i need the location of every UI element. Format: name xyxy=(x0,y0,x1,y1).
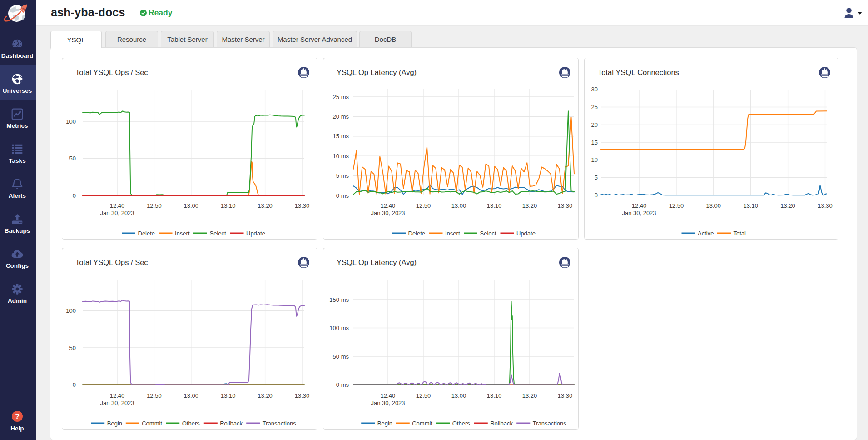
svg-text:Metrics: Metrics xyxy=(6,122,28,129)
svg-text:12:50: 12:50 xyxy=(669,202,684,209)
svg-text:Total YSQL Ops / Sec: Total YSQL Ops / Sec xyxy=(75,258,148,266)
svg-text:Total YSQL Ops / Sec: Total YSQL Ops / Sec xyxy=(75,68,148,76)
svg-text:13:30: 13:30 xyxy=(818,202,833,209)
svg-text:100: 100 xyxy=(66,118,76,125)
svg-text:Insert: Insert xyxy=(445,230,460,237)
svg-text:13:30: 13:30 xyxy=(295,202,310,209)
svg-text:13:00: 13:00 xyxy=(184,202,199,209)
svg-text:Total YSQL Connections: Total YSQL Connections xyxy=(598,68,679,76)
svg-text:Delete: Delete xyxy=(408,230,426,237)
svg-text:150 ms: 150 ms xyxy=(329,296,349,303)
svg-text:Rollback: Rollback xyxy=(490,420,513,427)
svg-text:Total: Total xyxy=(734,230,746,237)
svg-text:15 ms: 15 ms xyxy=(333,133,349,140)
svg-text:Help: Help xyxy=(10,425,24,432)
svg-text:30: 30 xyxy=(591,86,598,93)
svg-text:25 ms: 25 ms xyxy=(333,94,349,100)
svg-text:5 ms: 5 ms xyxy=(336,172,349,179)
svg-text:15: 15 xyxy=(591,139,598,146)
svg-text:13:10: 13:10 xyxy=(221,392,236,399)
svg-text:Rollback: Rollback xyxy=(220,420,243,427)
svg-text:100 ms: 100 ms xyxy=(329,325,349,331)
svg-text:12:50: 12:50 xyxy=(147,392,162,399)
svg-text:10: 10 xyxy=(591,156,598,163)
svg-text:Tasks: Tasks xyxy=(9,157,25,164)
svg-text:Begin: Begin xyxy=(377,420,392,427)
svg-text:0: 0 xyxy=(73,192,76,199)
svg-text:Universes: Universes xyxy=(3,87,32,94)
svg-text:13:10: 13:10 xyxy=(221,202,236,209)
svg-text:12:50: 12:50 xyxy=(416,202,431,209)
svg-text:Update: Update xyxy=(246,230,265,237)
svg-text:YSQL Op Latency (Avg): YSQL Op Latency (Avg) xyxy=(337,68,417,76)
svg-text:13:20: 13:20 xyxy=(258,392,273,399)
svg-text:13:00: 13:00 xyxy=(451,202,466,209)
svg-text:Transactions: Transactions xyxy=(533,420,566,427)
svg-text:13:20: 13:20 xyxy=(522,202,537,209)
svg-text:10 ms: 10 ms xyxy=(333,153,349,160)
svg-text:Jan 30, 2023: Jan 30, 2023 xyxy=(622,210,656,216)
svg-text:0 ms: 0 ms xyxy=(336,381,349,388)
svg-text:Insert: Insert xyxy=(175,230,190,237)
svg-text:Delete: Delete xyxy=(138,230,155,237)
svg-text:0: 0 xyxy=(73,381,76,388)
svg-text:13:00: 13:00 xyxy=(451,392,466,399)
svg-text:13:00: 13:00 xyxy=(706,202,721,209)
svg-text:13:20: 13:20 xyxy=(522,392,537,399)
svg-text:Backups: Backups xyxy=(5,227,30,234)
svg-text:12:40: 12:40 xyxy=(110,392,125,399)
svg-text:20 ms: 20 ms xyxy=(333,113,349,120)
svg-text:Active: Active xyxy=(698,230,714,237)
svg-text:Alerts: Alerts xyxy=(9,192,26,199)
svg-text:0: 0 xyxy=(595,192,598,199)
svg-text:Select: Select xyxy=(480,230,497,237)
svg-text:5: 5 xyxy=(595,174,598,181)
svg-text:Transactions: Transactions xyxy=(263,420,296,427)
svg-text:13:30: 13:30 xyxy=(295,392,310,399)
svg-text:13:30: 13:30 xyxy=(558,202,573,209)
svg-text:13:00: 13:00 xyxy=(184,392,199,399)
svg-text:50: 50 xyxy=(69,345,76,351)
svg-text:25: 25 xyxy=(591,104,598,110)
svg-text:100: 100 xyxy=(66,307,76,314)
svg-text:Jan 30, 2023: Jan 30, 2023 xyxy=(371,210,405,216)
svg-text:Others: Others xyxy=(182,420,200,427)
svg-text:Jan 30, 2023: Jan 30, 2023 xyxy=(100,400,134,406)
svg-text:Others: Others xyxy=(452,420,471,427)
svg-text:12:40: 12:40 xyxy=(110,202,125,209)
svg-text:Dashboard: Dashboard xyxy=(1,52,34,59)
svg-text:13:20: 13:20 xyxy=(258,202,273,209)
svg-text:50: 50 xyxy=(69,155,76,162)
svg-text:0 ms: 0 ms xyxy=(336,192,349,199)
svg-text:YSQL Op Latency (Avg): YSQL Op Latency (Avg) xyxy=(337,258,417,266)
svg-text:Commit: Commit xyxy=(412,420,432,427)
svg-text:Admin: Admin xyxy=(8,297,27,304)
svg-text:20: 20 xyxy=(591,121,598,128)
svg-text:Jan 30, 2023: Jan 30, 2023 xyxy=(100,210,134,216)
svg-text:12:40: 12:40 xyxy=(381,202,396,209)
svg-text:12:40: 12:40 xyxy=(381,392,396,399)
svg-text:12:50: 12:50 xyxy=(147,202,162,209)
svg-text:?: ? xyxy=(15,412,20,421)
svg-text:13:30: 13:30 xyxy=(558,392,573,399)
svg-text:50 ms: 50 ms xyxy=(333,353,349,360)
svg-text:Configs: Configs xyxy=(6,262,29,269)
svg-text:Update: Update xyxy=(516,230,536,237)
svg-text:Begin: Begin xyxy=(107,420,122,427)
svg-text:12:40: 12:40 xyxy=(632,202,647,209)
svg-text:Select: Select xyxy=(210,230,227,237)
svg-text:13:10: 13:10 xyxy=(487,392,502,399)
svg-text:Jan 30, 2023: Jan 30, 2023 xyxy=(371,400,405,406)
svg-text:13:10: 13:10 xyxy=(487,202,502,209)
svg-text:13:20: 13:20 xyxy=(780,202,795,209)
svg-text:13:10: 13:10 xyxy=(743,202,758,209)
svg-text:Commit: Commit xyxy=(142,420,162,427)
svg-text:12:50: 12:50 xyxy=(416,392,431,399)
